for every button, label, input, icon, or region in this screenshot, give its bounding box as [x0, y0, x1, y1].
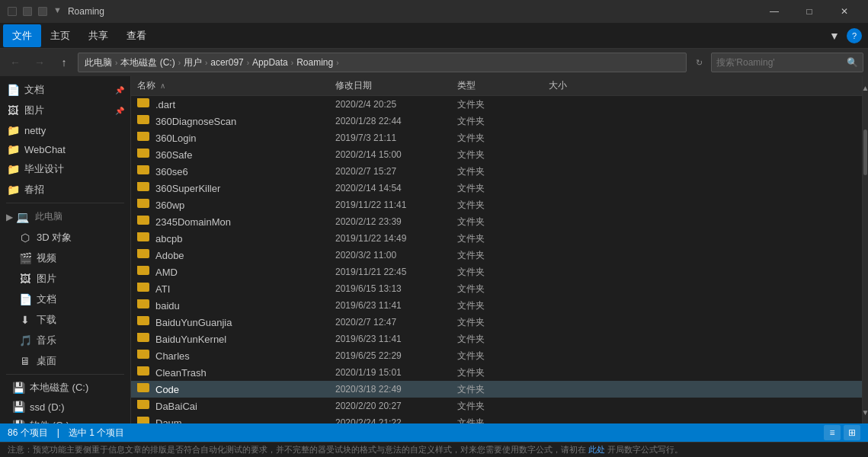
- col-header-name[interactable]: 名称 ∧: [137, 79, 335, 92]
- folder-icon: [137, 333, 151, 345]
- scroll-down-arrow[interactable]: ▼: [863, 401, 868, 423]
- sidebar-item-videos[interactable]: 🎬 视频: [0, 248, 130, 268]
- table-row[interactable]: BaiduYunGuanjia2020/2/7 12:47文件夹: [131, 314, 862, 331]
- status-grid-btn[interactable]: ⊞: [844, 425, 860, 440]
- file-date-cell: 2020/1/28 22:44: [335, 116, 457, 126]
- file-date-cell: 2020/2/7 15:27: [335, 166, 457, 177]
- sidebar-item-3d[interactable]: ⬡ 3D 对象: [0, 228, 130, 248]
- title-dropdown-arrow[interactable]: ▼: [53, 5, 62, 18]
- sidebar: 📄 文档 📌 🖼 图片 📌 📁 netty 📁 WebChat 📁 毕业设计 📁…: [0, 76, 131, 423]
- document-icon-2: 📄: [18, 293, 32, 305]
- sidebar-item-desktop[interactable]: 🖥 桌面: [0, 351, 130, 371]
- up-button[interactable]: ↑: [53, 52, 75, 73]
- sidebar-item-pictures-qa[interactable]: 🖼 图片 📌: [0, 101, 130, 120]
- item-count: 86 个项目: [8, 427, 48, 439]
- sidebar-item-graduation[interactable]: 📁 毕业设计: [0, 159, 130, 179]
- menu-file[interactable]: 文件: [3, 24, 41, 47]
- menu-help-button[interactable]: ?: [847, 28, 862, 43]
- sidebar-item-spring[interactable]: 📁 春招: [0, 180, 130, 200]
- bottom-info-link[interactable]: 此处: [588, 445, 605, 454]
- table-row[interactable]: Daum2020/2/24 21:22文件夹: [131, 414, 862, 423]
- sidebar-item-music[interactable]: 🎵 音乐: [0, 331, 130, 350]
- minimize-button[interactable]: —: [757, 0, 792, 23]
- folder-icon-graduation: 📁: [6, 163, 20, 175]
- menu-view[interactable]: 查看: [117, 24, 155, 47]
- table-row[interactable]: baidu2019/6/23 11:41文件夹: [131, 297, 862, 314]
- file-name: Adobe: [155, 250, 184, 261]
- forward-button[interactable]: →: [29, 52, 50, 73]
- table-row[interactable]: CleanTrash2020/1/19 15:01文件夹: [131, 364, 862, 381]
- sidebar-label-videos: 视频: [37, 251, 124, 265]
- breadcrumb-roaming: Roaming: [296, 57, 333, 68]
- maximize-button[interactable]: □: [792, 0, 827, 23]
- col-header-date[interactable]: 修改日期: [335, 79, 457, 92]
- folder-icon: [137, 249, 151, 261]
- table-row[interactable]: DaBaiCai2020/2/20 20:27文件夹: [131, 398, 862, 414]
- sidebar-item-netty[interactable]: 📁 netty: [0, 121, 130, 139]
- table-row[interactable]: .dart2020/2/4 20:25文件夹: [131, 96, 862, 113]
- sidebar-item-webchat[interactable]: 📁 WebChat: [0, 140, 130, 158]
- table-row[interactable]: AMD2019/11/21 22:45文件夹: [131, 264, 862, 280]
- table-row[interactable]: 360DiagnoseScan2020/1/28 22:44文件夹: [131, 113, 862, 129]
- search-input[interactable]: [716, 57, 844, 68]
- table-row[interactable]: Code2020/3/18 22:49文件夹: [131, 381, 862, 398]
- file-type-cell: 文件夹: [457, 115, 549, 128]
- table-row[interactable]: BaiduYunKernel2019/6/23 11:41文件夹: [131, 331, 862, 347]
- pin-icon: 📌: [115, 86, 124, 94]
- menu-home[interactable]: 主页: [41, 24, 79, 47]
- file-date-cell: 2019/6/15 13:13: [335, 283, 457, 294]
- sidebar-label-3d: 3D 对象: [37, 231, 124, 244]
- file-name-cell: 360wp: [137, 199, 335, 211]
- sidebar-item-documents-pc[interactable]: 📄 文档: [0, 289, 130, 309]
- folder-icon: [137, 400, 151, 412]
- file-date-cell: 2019/11/21 22:45: [335, 267, 457, 277]
- status-list-btn[interactable]: ≡: [824, 425, 841, 440]
- table-row[interactable]: 2345DomainMon2020/2/12 23:39文件夹: [131, 213, 862, 230]
- file-type-cell: 文件夹: [457, 400, 549, 413]
- table-row[interactable]: 360SuperKiller2020/2/14 14:54文件夹: [131, 180, 862, 197]
- folder-icon-webchat: 📁: [6, 143, 20, 155]
- bottom-info-bar: 注意：预览功能主要侧重于信息文章的排版是否符合自动化测试的要求，并不完整的器受试…: [0, 442, 868, 457]
- close-button[interactable]: ✕: [827, 0, 862, 23]
- table-row[interactable]: 360se62020/2/7 15:27文件夹: [131, 163, 862, 180]
- folder-icon: [137, 98, 151, 110]
- status-separator: |: [57, 427, 59, 438]
- file-type-cell: 文件夹: [457, 350, 549, 363]
- sidebar-label-downloads: 下载: [37, 313, 124, 327]
- table-row[interactable]: abcpb2019/11/22 14:49文件夹: [131, 230, 862, 247]
- menu-share[interactable]: 共享: [79, 24, 117, 47]
- sidebar-group-thispc[interactable]: ▶ 💻 此电脑: [0, 206, 130, 227]
- sidebar-label-webchat: WebChat: [24, 144, 124, 155]
- sidebar-label-netty: netty: [24, 125, 124, 136]
- folder-icon: [137, 417, 151, 423]
- file-name: 360se6: [155, 166, 188, 177]
- scrollbar-track[interactable]: ▲ ▼: [862, 76, 868, 423]
- navigation-bar: ← → ↑ 此电脑 › 本地磁盘 (C:) › 用户 › acer097 › A…: [0, 49, 868, 76]
- menu-expand-button[interactable]: ▼: [825, 27, 844, 45]
- table-row[interactable]: Adobe2020/3/2 11:00文件夹: [131, 247, 862, 264]
- table-row[interactable]: ATI2019/6/15 13:13文件夹: [131, 280, 862, 297]
- sidebar-item-drive-g[interactable]: 💾 软件 (G:): [0, 416, 130, 423]
- breadcrumb[interactable]: 此电脑 › 本地磁盘 (C:) › 用户 › acer097 › AppData…: [78, 53, 687, 72]
- col-header-type[interactable]: 类型: [457, 79, 549, 92]
- table-row[interactable]: 360Login2019/7/3 21:11文件夹: [131, 129, 862, 146]
- table-row[interactable]: 360wp2019/11/22 11:41文件夹: [131, 197, 862, 213]
- scrollbar-thumb[interactable]: [863, 129, 867, 175]
- sidebar-item-drive-c[interactable]: 💾 本地磁盘 (C:): [0, 378, 130, 398]
- back-button[interactable]: ←: [5, 52, 26, 73]
- sidebar-item-drive-d[interactable]: 💾 ssd (D:): [0, 398, 130, 416]
- sidebar-divider-1: [6, 203, 124, 203]
- table-row[interactable]: Charles2019/6/25 22:29文件夹: [131, 347, 862, 364]
- pictures-icon: 🖼: [6, 104, 20, 117]
- search-box[interactable]: 🔍: [711, 53, 863, 72]
- file-name: BaiduYunGuanjia: [155, 317, 232, 328]
- scroll-up-arrow[interactable]: ▲: [863, 76, 868, 99]
- file-type-cell: 文件夹: [457, 249, 549, 262]
- breadcrumb-refresh[interactable]: ↻: [690, 53, 708, 72]
- sidebar-item-documents[interactable]: 📄 文档 📌: [0, 80, 130, 100]
- sidebar-item-pictures[interactable]: 🖼 图片: [0, 269, 130, 289]
- folder-icon: [137, 115, 151, 127]
- col-header-size[interactable]: 大小: [549, 79, 625, 92]
- sidebar-item-downloads[interactable]: ⬇ 下载: [0, 310, 130, 330]
- table-row[interactable]: 360Safe2020/2/14 15:00文件夹: [131, 146, 862, 163]
